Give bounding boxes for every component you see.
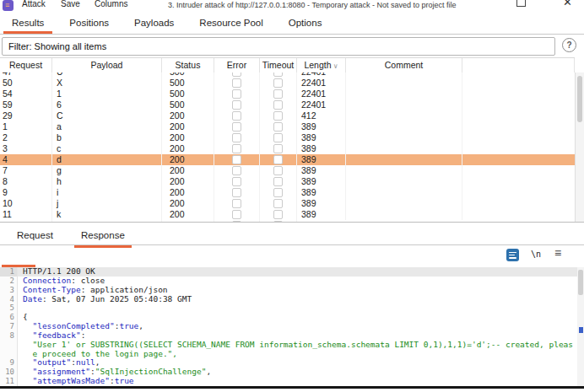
length-cell: 389 [297,198,346,209]
comment-cell [346,110,462,121]
timeout-cell [260,154,297,165]
result-row[interactable]: 59650022401 [0,99,575,110]
tab-positions[interactable]: Positions [66,13,112,34]
comment-cell [346,89,462,99]
error-checkbox[interactable] [232,78,241,88]
tab-options[interactable]: Options [285,13,326,34]
timeout-checkbox[interactable] [273,210,283,219]
help-icon[interactable]: ? [562,38,576,52]
column-header-comment[interactable]: Comment [346,58,462,73]
column-header-payload[interactable]: Payload [52,58,162,73]
timeout-checkbox[interactable] [273,100,283,110]
response-scrollbar-thumb[interactable] [578,270,583,295]
menu-columns[interactable]: Columns [95,0,127,8]
result-row[interactable]: 54150022401 [0,89,575,99]
error-checkbox[interactable] [232,166,241,175]
error-checkbox[interactable] [232,111,241,121]
tab-results[interactable]: Results [8,13,47,34]
error-checkbox[interactable] [232,72,241,77]
timeout-checkbox[interactable] [273,133,283,142]
result-row[interactable]: 8h200389 [0,176,575,187]
timeout-checkbox[interactable] [273,111,283,121]
error-cell [214,187,260,198]
timeout-checkbox[interactable] [273,188,283,197]
timeout-checkbox[interactable] [273,177,283,186]
error-cell [214,165,260,176]
editor-tab-request[interactable]: Request [10,228,60,245]
timeout-checkbox[interactable] [273,78,283,88]
menu-save[interactable]: Save [61,0,80,8]
column-header-length[interactable]: Length ∨ [297,58,346,73]
editor-menu-icon[interactable]: ≡ [554,246,561,260]
error-checkbox[interactable] [232,89,241,99]
splitter[interactable] [0,222,584,223]
code-line: 4Date: Sat, 07 Jun 2025 05:40:38 GMT [0,295,577,304]
length-cell: 412 [297,110,346,121]
error-checkbox[interactable] [232,122,241,132]
line-number: 9 [0,358,18,368]
comment-cell [346,187,462,198]
result-row[interactable]: 9i200389 [0,187,575,198]
maximize-button[interactable] [516,0,526,7]
length-cell: 389 [297,165,346,176]
column-header-timeout[interactable]: Timeout [260,58,297,73]
payload-cell: 1 [52,89,162,99]
timeout-checkbox[interactable] [273,166,283,175]
timeout-checkbox[interactable] [273,122,283,132]
error-checkbox[interactable] [232,100,241,110]
filter-bar[interactable]: Filter: Showing all items [2,37,555,56]
timeout-checkbox[interactable] [273,155,283,164]
editor-toolbar: \n ≡ [0,245,584,267]
column-header-status[interactable]: Status [162,58,214,73]
window-bottom-edge[interactable] [0,386,584,389]
timeout-cell [260,187,297,198]
column-header-error[interactable]: Error [214,58,260,73]
result-row[interactable]: 1a200389 [0,121,575,132]
request-cell: 7 [0,165,52,176]
result-row[interactable]: 11k200389 [0,209,575,220]
payload-cell: i [52,187,162,198]
tab-payloads[interactable]: Payloads [131,13,177,34]
error-checkbox[interactable] [232,155,241,164]
length-cell: 22401 [297,89,346,99]
request-cell: 3 [0,143,52,154]
result-row[interactable]: 29C200412 [0,110,575,121]
result-row[interactable]: 10j200389 [0,198,575,209]
result-row[interactable]: 2b200389 [0,132,575,143]
close-button[interactable]: ✕ [563,0,572,8]
result-row[interactable]: 7g200389 [0,165,575,176]
menu-attack[interactable]: Attack [22,0,46,8]
error-checkbox[interactable] [232,199,241,208]
results-table-header: RequestPayloadStatusErrorTimeoutLength ∨… [0,57,575,74]
timeout-cell [260,132,297,143]
editor-tab-response[interactable]: Response [74,228,132,245]
error-checkbox[interactable] [232,210,241,219]
tab-resource-pool[interactable]: Resource Pool [196,13,266,34]
result-row[interactable]: 3c200389 [0,143,575,154]
show-newlines-icon[interactable]: \n [531,250,541,259]
error-cell [214,198,260,209]
timeout-checkbox[interactable] [273,72,283,77]
timeout-cell [260,99,297,110]
error-checkbox[interactable] [232,133,241,142]
error-checkbox[interactable] [232,188,241,197]
status-cell: 200 [162,110,214,121]
result-row[interactable]: 50X50022401 [0,78,575,89]
status-cell: 200 [162,165,214,176]
timeout-checkbox[interactable] [273,144,283,153]
status-cell: 500 [162,78,214,89]
request-cell: 2 [0,132,52,143]
column-header-request[interactable]: Request [0,58,52,73]
error-checkbox[interactable] [232,144,241,153]
timeout-checkbox[interactable] [273,199,283,208]
timeout-checkbox[interactable] [273,89,283,99]
table-scrollbar-thumb[interactable] [577,76,582,122]
response-viewer[interactable]: 1HTTP/1.1 200 OK2Connection: close3Conte… [0,267,577,386]
result-row[interactable]: 4d200389 [0,154,575,165]
table-scrollbar[interactable] [575,72,584,222]
main-tabs: ResultsPositionsPayloadsResource PoolOpt… [0,13,584,35]
wrap-lines-icon[interactable] [506,249,519,261]
error-checkbox[interactable] [232,177,241,186]
comment-cell [346,143,462,154]
request-cell: 59 [0,99,52,110]
